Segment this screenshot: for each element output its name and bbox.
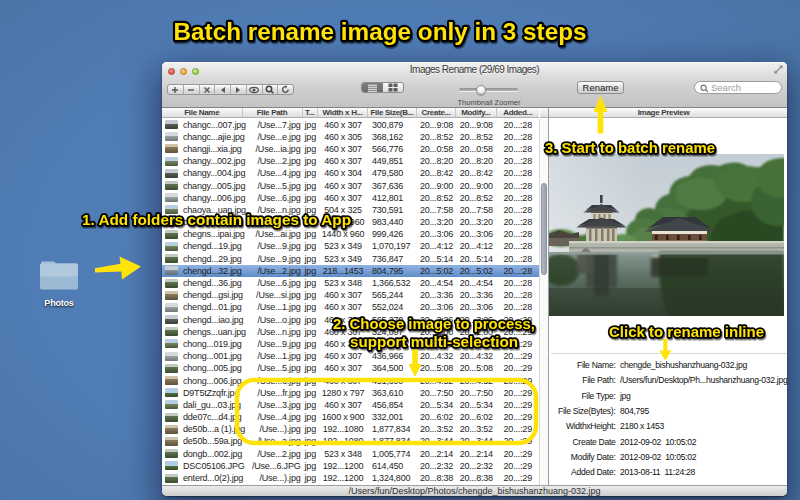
svg-text:Batch rename image only in 3 s: Batch rename image only in 3 steps: [174, 18, 587, 45]
